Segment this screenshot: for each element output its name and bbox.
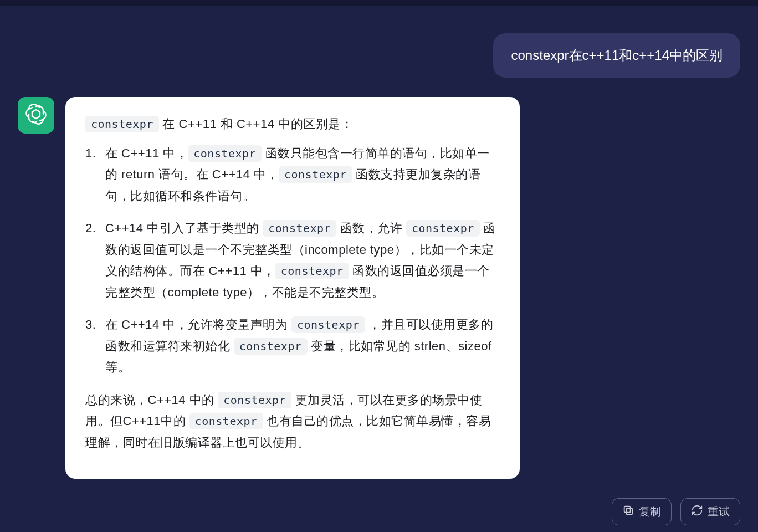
code-token: constexpr bbox=[406, 220, 480, 237]
code-token: constexpr bbox=[263, 220, 336, 237]
text-span: C++14 中引入了基于类型的 bbox=[105, 221, 263, 235]
svg-marker-0 bbox=[32, 110, 40, 119]
retry-button[interactable]: 重试 bbox=[680, 498, 740, 525]
retry-label: 重试 bbox=[708, 504, 730, 519]
text-span: 在 C++14 中，允许将变量声明为 bbox=[105, 318, 291, 331]
code-token: constexpr bbox=[218, 392, 291, 408]
assistant-row: constexpr 在 C++11 和 C++14 中的区别是： 在 C++11… bbox=[18, 97, 588, 479]
intro-tail: 在 C++11 和 C++14 中的区别是： bbox=[159, 117, 353, 131]
assistant-intro: constexpr 在 C++11 和 C++14 中的区别是： bbox=[85, 114, 500, 135]
assistant-summary: 总的来说，C++14 中的 constexpr 更加灵活，可以在更多的场景中使用… bbox=[85, 390, 500, 454]
text-span: 总的来说，C++14 中的 bbox=[85, 393, 218, 407]
text-span: 函数，允许 bbox=[336, 221, 406, 235]
copy-label: 复制 bbox=[639, 504, 661, 519]
chat-area: constexpr在c++11和c++14中的区别 bbox=[0, 6, 758, 532]
svg-rect-1 bbox=[626, 508, 632, 514]
code-token: constexpr bbox=[291, 316, 365, 333]
user-message-text: constexpr在c++11和c++14中的区别 bbox=[511, 48, 723, 63]
action-bar: 复制 重试 bbox=[612, 498, 740, 525]
top-divider bbox=[0, 0, 758, 6]
code-token: constexpr bbox=[279, 166, 352, 183]
svg-rect-2 bbox=[624, 507, 631, 513]
code-token: constexpr bbox=[85, 116, 159, 132]
assistant-avatar bbox=[18, 97, 54, 134]
list-item: 在 C++11 中，constexpr 函数只能包含一行简单的语句，比如单一的 … bbox=[85, 143, 500, 207]
refresh-icon bbox=[691, 504, 703, 519]
code-token: constexpr bbox=[275, 263, 349, 279]
code-token: constexpr bbox=[234, 338, 308, 355]
copy-button[interactable]: 复制 bbox=[612, 498, 672, 525]
user-message: constexpr在c++11和c++14中的区别 bbox=[493, 33, 740, 78]
list-item: 在 C++14 中，允许将变量声明为 constexpr ，并且可以使用更多的函… bbox=[85, 314, 500, 378]
list-item: C++14 中引入了基于类型的 constexpr 函数，允许 constexp… bbox=[85, 218, 500, 303]
openai-logo-icon bbox=[25, 103, 47, 127]
copy-icon bbox=[622, 504, 634, 519]
difference-list: 在 C++11 中，constexpr 函数只能包含一行简单的语句，比如单一的 … bbox=[85, 143, 500, 378]
assistant-message: constexpr 在 C++11 和 C++14 中的区别是： 在 C++11… bbox=[65, 97, 520, 479]
code-token: constexpr bbox=[188, 145, 262, 162]
code-token: constexpr bbox=[190, 413, 263, 429]
text-span: 在 C++11 中， bbox=[105, 146, 188, 160]
